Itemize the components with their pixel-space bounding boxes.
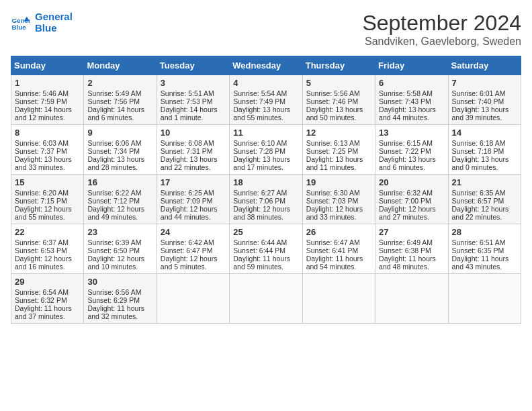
day-info-line: Sunrise: 6:37 AM <box>15 238 80 246</box>
day-number: 4 <box>233 78 298 88</box>
day-info-line: Sunset: 7:37 PM <box>15 147 80 155</box>
logo-text: General Blue <box>35 11 73 34</box>
day-info-line: Sunset: 7:53 PM <box>161 97 226 105</box>
day-info-line: Sunrise: 6:06 AM <box>87 139 152 147</box>
day-info-line: Sunset: 6:29 PM <box>87 296 152 304</box>
day-number: 16 <box>87 177 152 187</box>
day-info-line: and 39 minutes. <box>452 113 517 122</box>
day-info-line: Sunset: 7:31 PM <box>161 147 226 155</box>
day-info-line: and 6 minutes. <box>379 163 444 171</box>
day-cell: 27Sunrise: 6:49 AMSunset: 6:38 PMDayligh… <box>375 224 448 274</box>
day-info-line: Sunrise: 6:25 AM <box>161 189 226 197</box>
day-number: 15 <box>15 177 80 187</box>
day-info-line: and 1 minute. <box>161 113 226 122</box>
day-info-line: Daylight: 12 hours <box>161 255 226 263</box>
day-number: 28 <box>452 227 517 237</box>
day-info-line: Daylight: 13 hours <box>161 155 226 163</box>
day-cell: 19Sunrise: 6:30 AMSunset: 7:03 PMDayligh… <box>302 175 375 224</box>
day-info-line: and 44 minutes. <box>379 113 444 122</box>
day-info-line: Sunrise: 6:49 AM <box>379 238 444 246</box>
day-info-line: and 16 minutes. <box>15 263 80 271</box>
day-info-line: Sunrise: 5:58 AM <box>379 89 444 97</box>
day-cell <box>230 274 302 324</box>
day-info-line: Daylight: 13 hours <box>15 155 80 163</box>
col-header-saturday: Saturday <box>448 56 521 75</box>
day-info-line: Sunrise: 6:03 AM <box>15 139 80 147</box>
day-info-line: Sunset: 7:22 PM <box>379 147 444 155</box>
page-header: General Blue General Blue September 2024… <box>11 11 521 48</box>
day-info-line: Daylight: 14 hours <box>87 105 152 113</box>
week-row-5: 29Sunrise: 6:54 AMSunset: 6:32 PMDayligh… <box>11 274 521 324</box>
day-info-line: Sunset: 6:35 PM <box>452 246 517 255</box>
day-info-line: Sunrise: 5:54 AM <box>233 89 298 97</box>
day-info-line: Sunrise: 6:20 AM <box>15 189 80 197</box>
day-number: 5 <box>306 78 371 88</box>
day-info-line: and 55 minutes. <box>15 213 80 221</box>
day-info-line: Sunset: 7:43 PM <box>379 97 444 105</box>
day-info-line: Sunrise: 6:10 AM <box>233 139 298 147</box>
day-info-line: and 11 minutes. <box>306 163 371 171</box>
day-info-line: and 44 minutes. <box>161 213 226 221</box>
day-cell: 7Sunrise: 6:01 AMSunset: 7:40 PMDaylight… <box>448 75 521 125</box>
day-info-line: Sunset: 7:59 PM <box>15 97 80 105</box>
calendar-title: September 2024 <box>362 11 521 36</box>
day-info-line: Sunset: 6:50 PM <box>87 246 152 255</box>
day-info-line: Sunset: 7:15 PM <box>15 197 80 205</box>
day-info-line: Sunset: 6:41 PM <box>306 246 371 255</box>
day-info-line: Sunrise: 6:47 AM <box>306 238 371 246</box>
day-info-line: Daylight: 12 hours <box>15 205 80 213</box>
day-info-line: Daylight: 11 hours <box>452 255 517 263</box>
day-info-line: Daylight: 12 hours <box>379 205 444 213</box>
day-info-line: Daylight: 13 hours <box>306 155 371 163</box>
day-info-line: Sunset: 7:06 PM <box>233 197 298 205</box>
day-info-line: and 0 minutes. <box>452 163 517 171</box>
col-header-sunday: Sunday <box>11 56 84 75</box>
day-info-line: and 17 minutes. <box>233 163 298 171</box>
day-cell: 13Sunrise: 6:15 AMSunset: 7:22 PMDayligh… <box>375 125 448 175</box>
day-info-line: Sunrise: 6:39 AM <box>87 238 152 246</box>
day-info-line: and 32 minutes. <box>87 312 152 320</box>
day-info-line: Sunset: 7:09 PM <box>161 197 226 205</box>
day-cell: 25Sunrise: 6:44 AMSunset: 6:44 PMDayligh… <box>230 224 302 274</box>
week-row-3: 15Sunrise: 6:20 AMSunset: 7:15 PMDayligh… <box>11 175 521 224</box>
day-cell: 5Sunrise: 5:56 AMSunset: 7:46 PMDaylight… <box>302 75 375 125</box>
day-info-line: Sunset: 7:46 PM <box>306 97 371 105</box>
day-info-line: Sunrise: 5:51 AM <box>161 89 226 97</box>
week-row-4: 22Sunrise: 6:37 AMSunset: 6:53 PMDayligh… <box>11 224 521 274</box>
day-info-line: and 33 minutes. <box>15 163 80 171</box>
day-info-line: and 12 minutes. <box>15 113 80 122</box>
day-number: 3 <box>161 78 226 88</box>
day-info-line: Sunrise: 5:56 AM <box>306 89 371 97</box>
day-cell <box>375 274 448 324</box>
day-number: 25 <box>233 227 298 237</box>
day-cell <box>157 274 229 324</box>
day-cell: 26Sunrise: 6:47 AMSunset: 6:41 PMDayligh… <box>302 224 375 274</box>
day-info-line: Daylight: 12 hours <box>161 205 226 213</box>
calendar-body: 1Sunrise: 5:46 AMSunset: 7:59 PMDaylight… <box>11 75 521 324</box>
day-number: 22 <box>15 227 80 237</box>
day-info-line: and 48 minutes. <box>379 263 444 271</box>
day-cell: 21Sunrise: 6:35 AMSunset: 6:57 PMDayligh… <box>448 175 521 224</box>
day-info-line: Daylight: 13 hours <box>379 105 444 113</box>
day-info-line: and 49 minutes. <box>87 213 152 221</box>
day-info-line: Daylight: 13 hours <box>87 155 152 163</box>
day-number: 26 <box>306 227 371 237</box>
day-number: 7 <box>452 78 517 88</box>
day-info-line: Sunset: 7:03 PM <box>306 197 371 205</box>
day-number: 18 <box>233 177 298 187</box>
day-info-line: Sunset: 7:25 PM <box>306 147 371 155</box>
day-info-line: Sunrise: 6:08 AM <box>161 139 226 147</box>
day-info-line: and 28 minutes. <box>87 163 152 171</box>
day-info-line: Sunrise: 6:18 AM <box>452 139 517 147</box>
day-cell: 12Sunrise: 6:13 AMSunset: 7:25 PMDayligh… <box>302 125 375 175</box>
day-info-line: Daylight: 12 hours <box>306 205 371 213</box>
day-info-line: Sunrise: 6:35 AM <box>452 189 517 197</box>
day-info-line: Sunrise: 6:42 AM <box>161 238 226 246</box>
day-info-line: Daylight: 11 hours <box>15 304 80 312</box>
calendar-subtitle: Sandviken, Gaevleborg, Sweden <box>362 36 521 48</box>
day-cell: 22Sunrise: 6:37 AMSunset: 6:53 PMDayligh… <box>11 224 84 274</box>
day-cell: 24Sunrise: 6:42 AMSunset: 6:47 PMDayligh… <box>157 224 229 274</box>
day-cell <box>302 274 375 324</box>
day-number: 2 <box>87 78 152 88</box>
day-info-line: Daylight: 11 hours <box>87 304 152 312</box>
